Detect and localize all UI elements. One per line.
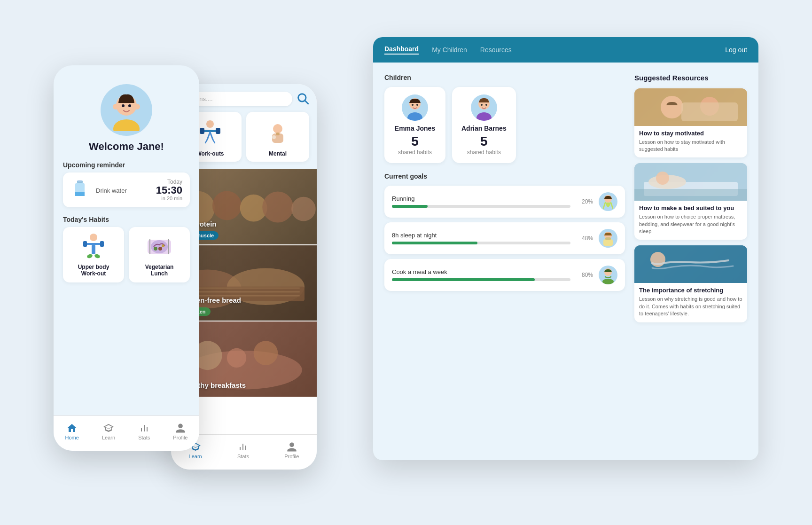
- goal-running-label: Running: [392, 195, 570, 202]
- goal-sleep-info: 8h sleep at night: [392, 232, 570, 244]
- reminder-time: 15:30: [156, 185, 182, 196]
- svg-rect-8: [75, 192, 85, 196]
- svg-rect-64: [681, 102, 738, 121]
- tab-dashboard[interactable]: Dashboard: [384, 45, 419, 55]
- svg-point-45: [254, 341, 278, 365]
- phone2-nav-stats-label: Stats: [237, 454, 249, 459]
- tab-resources[interactable]: Resources: [480, 46, 512, 54]
- svg-point-46: [227, 348, 246, 367]
- svg-rect-26: [200, 128, 204, 134]
- resource-img-motivated: [634, 88, 747, 126]
- phone2-nav-stats[interactable]: Stats: [237, 441, 249, 459]
- svg-point-10: [90, 234, 97, 241]
- svg-point-4: [113, 104, 118, 110]
- goal-running-bar-wrap: [392, 205, 570, 208]
- svg-point-60: [602, 279, 614, 284]
- svg-point-28: [273, 124, 282, 133]
- resource-card-stretch[interactable]: The importance of stretching Lesson on w…: [634, 245, 747, 322]
- resource-title-stretch: The importance of stretching: [639, 287, 742, 294]
- svg-point-54: [485, 104, 487, 106]
- reminder-card[interactable]: Drink water Today 15:30 in 20 min: [63, 172, 190, 207]
- habit-card-workout[interactable]: Upper bodyWork-out: [63, 227, 124, 282]
- goal-running-bar: [392, 205, 428, 208]
- habit-card-lunch[interactable]: VegetarianLunch: [129, 227, 190, 282]
- child-card-emma[interactable]: Emma Jones 5 shared habits: [384, 87, 445, 163]
- svg-rect-58: [605, 237, 611, 240]
- svg-point-20: [158, 247, 162, 251]
- svg-rect-57: [603, 239, 613, 246]
- reminder-in: in 20 min: [156, 196, 182, 201]
- goals-section-title: Current goals: [384, 172, 625, 180]
- svg-point-68: [656, 172, 669, 185]
- phone2-nav-profile[interactable]: Profile: [284, 441, 299, 459]
- svg-point-24: [206, 120, 214, 128]
- goal-running-info: Running: [392, 195, 570, 208]
- reminder-section-title: Upcoming reminder: [63, 161, 190, 169]
- category-mental[interactable]: Mental: [246, 112, 309, 162]
- goal-cook-label: Cook a meal a week: [392, 268, 570, 275]
- goal-cook-percent: 80%: [576, 272, 593, 278]
- nav-stats-label: Stats: [138, 435, 150, 440]
- svg-rect-9: [78, 180, 82, 181]
- children-cards: Emma Jones 5 shared habits: [384, 87, 625, 163]
- tab-mychildren[interactable]: My Children: [432, 46, 467, 54]
- goal-sleep-label: 8h sleep at night: [392, 232, 570, 239]
- emma-habits-label: shared habits: [394, 149, 436, 156]
- tablet: Dashboard My Children Resources Log out …: [373, 37, 758, 460]
- nav-home-label: Home: [65, 435, 79, 440]
- resource-img-stretch: [634, 245, 747, 283]
- svg-point-50: [416, 104, 418, 106]
- resource-info-bed: How to make a bed suited to you Lesson o…: [634, 201, 747, 240]
- water-icon: [70, 178, 89, 202]
- adrian-habits-label: shared habits: [461, 149, 507, 156]
- nav-profile[interactable]: Profile: [173, 423, 187, 440]
- resource-card-bed[interactable]: How to make a bed suited to you Lesson o…: [634, 163, 747, 240]
- svg-point-15: [86, 253, 93, 259]
- svg-point-53: [481, 104, 483, 106]
- goal-sleep-avatar: [599, 229, 617, 248]
- svg-point-2: [122, 104, 125, 107]
- svg-rect-70: [634, 245, 747, 283]
- scene: Welcome Jane! Upcoming reminder Drink wa…: [54, 37, 758, 488]
- emma-name: Emma Jones: [394, 125, 436, 132]
- nav-learn-label: Learn: [102, 435, 115, 440]
- habits-grid: Upper bodyWork-out: [63, 227, 190, 282]
- resource-img-bed: [634, 163, 747, 201]
- nav-learn[interactable]: Learn: [102, 423, 115, 440]
- tablet-body: Children: [373, 63, 758, 460]
- goal-running-avatar: [599, 192, 617, 211]
- resource-title-bed: How to make a bed suited to you: [639, 204, 742, 212]
- goal-cook-info: Cook a meal a week: [392, 268, 570, 281]
- workout-icon: [79, 233, 108, 261]
- goal-sleep-bar-wrap: [392, 242, 570, 244]
- goal-card-cook[interactable]: Cook a meal a week 80%: [384, 259, 625, 291]
- search-button[interactable]: [296, 92, 309, 106]
- children-section: Children: [384, 74, 625, 163]
- logout-button[interactable]: Log out: [725, 46, 747, 54]
- lunch-icon: [145, 233, 173, 261]
- nav-profile-label: Profile: [173, 435, 187, 440]
- svg-rect-11: [86, 243, 101, 245]
- adrian-habits-count: 5: [461, 134, 507, 149]
- goal-cook-bar-wrap: [392, 278, 570, 281]
- goal-sleep-bar: [392, 242, 477, 244]
- svg-rect-12: [83, 241, 87, 247]
- goal-sleep-percent: 48%: [576, 235, 593, 242]
- svg-rect-31: [276, 133, 280, 135]
- resource-desc-stretch: Lesson on why stretching is good and how…: [639, 296, 742, 317]
- svg-point-30: [272, 135, 276, 139]
- goal-card-sleep[interactable]: 8h sleep at night 48%: [384, 222, 625, 254]
- child-card-adrian[interactable]: Adrian Barnes 5 shared habits: [452, 87, 516, 163]
- goal-cook-bar: [392, 278, 535, 281]
- adrian-avatar: [471, 94, 497, 121]
- category-mental-label: Mental: [251, 150, 304, 157]
- svg-point-18: [151, 240, 168, 253]
- svg-point-52: [476, 112, 492, 121]
- goal-card-running[interactable]: Running 20%: [384, 186, 625, 218]
- welcome-text: Welcome Jane!: [63, 141, 190, 153]
- adrian-name: Adrian Barnes: [461, 125, 507, 132]
- nav-stats[interactable]: Stats: [138, 423, 150, 440]
- emma-avatar: [402, 94, 428, 121]
- nav-home[interactable]: Home: [65, 423, 79, 440]
- resource-card-motivated[interactable]: How to stay motivated Lesson on how to s…: [634, 88, 747, 158]
